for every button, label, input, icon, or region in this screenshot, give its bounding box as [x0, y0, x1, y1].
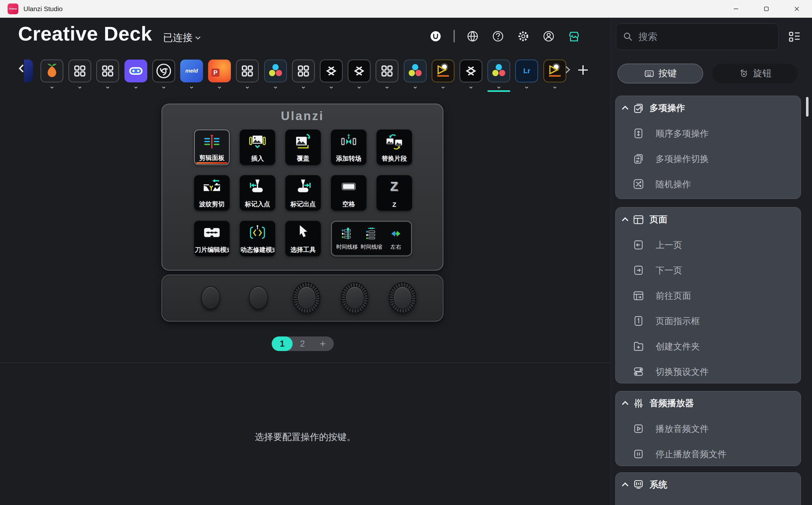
store-button[interactable] [567, 29, 581, 44]
deck-key[interactable]: 动态修建模式 [240, 221, 275, 256]
deck-mini-key[interactable]: 时间线移 [335, 226, 359, 250]
action-item[interactable]: 页面指示框 [616, 308, 801, 334]
app-tile[interactable] [544, 59, 566, 90]
rotary-knob[interactable] [341, 282, 368, 313]
action-item[interactable]: 播放音频文件 [616, 416, 801, 441]
deck-key[interactable]: 标记出点 [285, 175, 321, 211]
search-input[interactable] [638, 31, 772, 42]
app-tile[interactable] [459, 59, 482, 90]
app-tile[interactable] [320, 59, 343, 90]
section-header[interactable]: 系统 [616, 477, 801, 492]
app-tile[interactable]: meld [180, 59, 203, 90]
app-tile-partial[interactable] [24, 59, 33, 82]
app-tile-chevron[interactable] [348, 85, 371, 90]
app-tile[interactable] [236, 59, 259, 90]
deck-key[interactable]: ZZZ [377, 175, 412, 211]
app-tile[interactable] [264, 59, 287, 90]
scroll-right-button[interactable] [563, 65, 572, 75]
app-tile-chevron[interactable] [459, 85, 482, 90]
deck-mini-key[interactable]: 左右 [384, 226, 408, 250]
deck-key-label: 波纹剪切 [195, 200, 229, 208]
action-item[interactable]: 上一页 [616, 232, 801, 258]
knob-button[interactable] [249, 286, 268, 310]
app-icon-davinci [404, 59, 427, 82]
scrollbar-thumb[interactable] [806, 97, 809, 117]
deck-key-group[interactable]: 时间线移时间线缩左右 [331, 221, 412, 256]
app-tile-chevron[interactable] [404, 85, 427, 90]
app-tile-chevron[interactable] [236, 85, 259, 90]
deck-key[interactable]: 插入 [240, 130, 275, 165]
app-tile-chevron[interactable] [320, 85, 343, 90]
app-tile[interactable] [68, 59, 91, 90]
add-profile-button[interactable] [576, 63, 590, 78]
app-tile-chevron[interactable] [180, 85, 203, 90]
app-tile[interactable] [348, 59, 371, 90]
deck-key[interactable]: 空格 [331, 175, 366, 211]
connection-status[interactable]: 已连接 [163, 31, 202, 44]
play-audio-icon [632, 422, 645, 435]
close-button[interactable] [782, 0, 812, 18]
app-tile[interactable] [40, 59, 63, 90]
knob-button[interactable] [201, 286, 220, 310]
maximize-button[interactable] [751, 0, 782, 18]
action-item[interactable]: 顺序多项操作 [616, 121, 801, 146]
app-tile[interactable] [404, 59, 427, 90]
deck-key[interactable]: 标记入点 [240, 175, 275, 211]
app-tile-chevron[interactable] [515, 85, 538, 90]
app-tile[interactable] [125, 59, 147, 90]
account-button[interactable] [541, 29, 556, 44]
layout-toggle-button[interactable] [787, 29, 802, 46]
section-header[interactable]: 页面 [616, 212, 801, 227]
rotary-knob[interactable] [293, 282, 320, 313]
app-tile[interactable] [292, 59, 315, 90]
deck-key[interactable]: 覆盖 [285, 130, 321, 165]
app-tile[interactable] [376, 59, 398, 90]
app-tile-chevron[interactable] [264, 85, 287, 90]
app-tile-chevron[interactable] [40, 85, 63, 90]
app-tile-chevron[interactable] [96, 85, 119, 90]
minimize-button[interactable] [721, 0, 751, 18]
app-tile[interactable] [487, 59, 510, 90]
help-button[interactable] [490, 29, 505, 44]
language-globe-button[interactable] [465, 29, 480, 44]
tab-keys[interactable]: 按键 [618, 64, 703, 83]
page-tab-1[interactable]: 1 [272, 336, 292, 351]
action-item[interactable]: 随机操作 [616, 171, 801, 197]
app-tile-chevron[interactable] [208, 85, 231, 90]
page-add-button[interactable]: + [312, 338, 333, 350]
section-header[interactable]: 音频播放器 [616, 396, 801, 411]
app-tile-chevron[interactable] [432, 85, 454, 90]
app-tile-chevron[interactable] [544, 85, 566, 90]
action-item[interactable]: 多项操作切换 [616, 146, 801, 171]
deck-key[interactable]: 选择工具 [285, 221, 321, 256]
deck-key[interactable]: 添加转场 [331, 130, 366, 165]
app-tile[interactable]: P [208, 59, 231, 90]
deck-key[interactable]: 刀片编辑模式 [194, 221, 230, 256]
app-tile[interactable]: Lr [515, 59, 538, 90]
app-tile-chevron[interactable] [292, 85, 315, 90]
page-tab-2[interactable]: 2 [292, 339, 312, 349]
app-tile[interactable] [96, 59, 119, 90]
ulanzi-logo-icon[interactable] [428, 29, 443, 44]
section-header[interactable]: 多项操作 [616, 101, 801, 116]
app-tile-chevron[interactable] [68, 85, 91, 90]
action-item[interactable]: 创建文件夹 [616, 334, 801, 359]
rotary-knob[interactable] [389, 282, 416, 313]
settings-button[interactable] [516, 29, 531, 44]
deck-mini-key[interactable]: 时间线缩 [360, 226, 383, 250]
app-tile[interactable] [152, 59, 175, 90]
tab-knobs[interactable]: 旋钮 [712, 64, 798, 83]
app-tile-chevron[interactable] [487, 85, 510, 90]
deck-key[interactable]: 剪辑面板 [194, 130, 230, 165]
deck-key[interactable]: 替换片段 [377, 130, 412, 165]
action-item[interactable]: 前往页面 [616, 283, 801, 308]
action-item[interactable]: 下一页 [616, 258, 801, 283]
action-item[interactable]: 停止播放音频文件 [616, 441, 801, 466]
app-icon-davinci [487, 59, 510, 82]
app-tile-chevron[interactable] [125, 85, 147, 90]
deck-key[interactable]: 波纹剪切 [194, 175, 230, 211]
app-tile-chevron[interactable] [376, 85, 398, 90]
action-item[interactable]: 切换预设文件 [616, 359, 801, 383]
app-tile[interactable] [432, 59, 454, 90]
app-tile-chevron[interactable] [152, 85, 175, 90]
